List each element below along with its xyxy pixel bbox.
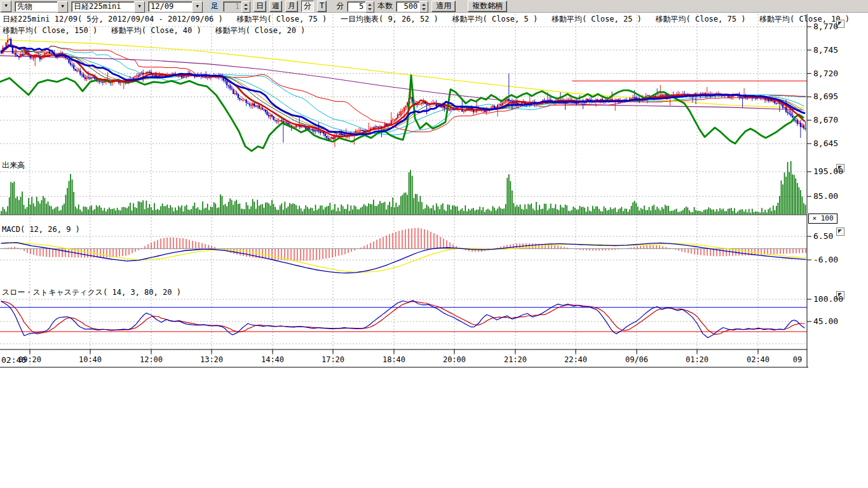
contract-month-combo-value: 12/09: [148, 1, 192, 11]
instrument-combo-arrow-icon[interactable]: ▼: [134, 1, 145, 13]
stoch-axis-label: 100.00: [813, 294, 843, 304]
volume-multiplier-badge: × 100: [808, 214, 837, 224]
category-combo-arrow-icon[interactable]: ▼: [57, 1, 68, 13]
period-weekly-button[interactable]: 週: [269, 1, 282, 12]
price-axis-label: 8,720: [813, 69, 838, 78]
time-axis-label: 09/06: [625, 355, 648, 364]
minutes-value: 5: [347, 1, 365, 11]
period-tick-button[interactable]: T: [317, 1, 327, 12]
volume-axis-label: 195.00: [813, 166, 843, 176]
bar-count-spinner[interactable]: 500: [396, 1, 428, 11]
bar-count-spin-icon[interactable]: [419, 1, 428, 13]
period-minute-button[interactable]: 分: [301, 1, 314, 12]
category-combo-value: 先物: [15, 1, 57, 11]
time-axis-label: 17:20: [322, 355, 344, 364]
price-axis-label: 8,695: [813, 92, 838, 101]
bar-count-value: 500: [396, 1, 419, 11]
chart-title-line1: 日経225mini 12/09( 5分, 2012/09/04 - 2012/0…: [3, 14, 850, 25]
time-axis-label: 02:40: [747, 355, 770, 364]
time-axis-label: 09: [793, 355, 802, 364]
bar-type-label: 足: [210, 1, 220, 11]
time-axis-label: 21:20: [504, 355, 527, 364]
time-axis-label: 18:40: [383, 355, 405, 364]
category-combo[interactable]: 先物 ▼: [15, 1, 68, 11]
time-axis-label: 13:20: [200, 355, 223, 364]
macd-axis-label: -6.00: [813, 255, 838, 264]
toolbar: ▼ 先物 ▼ 日経225mini ▼ 12/09 ▼ 足 1 日 週 月 分 T…: [0, 0, 868, 13]
instrument-combo-value: 日経225mini: [71, 1, 134, 11]
chart-canvas[interactable]: [0, 0, 868, 488]
price-axis-label: 8,745: [813, 45, 838, 55]
time-axis-label: 14:40: [261, 355, 284, 364]
minute-unit-label: 分: [336, 1, 344, 11]
stoch-axis-label: 45.00: [813, 316, 838, 326]
time-axis-label: 01:20: [686, 355, 709, 364]
stoch-pane-label: スロー・ストキャスティクス( 14, 3, 80, 20 ): [2, 287, 181, 298]
apply-button[interactable]: 適用: [431, 1, 456, 12]
bar-interval-value: 1: [223, 1, 241, 11]
multi-symbol-button[interactable]: 複数銘柄: [468, 1, 507, 12]
symbol-combo-partial-button[interactable]: ▼: [1, 1, 11, 12]
price-axis-label: 8,670: [813, 115, 838, 125]
period-monthly-button[interactable]: 月: [285, 1, 298, 12]
contract-month-combo[interactable]: 12/09 ▼: [148, 1, 203, 11]
chart-title-line2: 移動平均( Close, 150 ) 移動平均( Close, 40 ) 移動平…: [3, 25, 305, 36]
price-axis-label: 8,645: [813, 139, 838, 148]
macd-pane-label: MACD( 12, 26, 9 ): [2, 225, 80, 234]
macd-axis-label: 6.50: [813, 231, 833, 241]
bar-interval-spinner[interactable]: 1: [223, 1, 250, 11]
time-axis-label: 10:40: [79, 355, 102, 364]
contract-month-combo-arrow-icon[interactable]: ▼: [192, 1, 203, 13]
macd-pane-collapse-button[interactable]: [836, 227, 844, 236]
minutes-spin-icon[interactable]: [365, 1, 374, 13]
price-axis-label: 8,770: [813, 22, 838, 31]
period-daily-button[interactable]: 日: [254, 1, 266, 12]
volume-pane-label: 出来高: [2, 160, 25, 171]
bar-interval-spin-icon[interactable]: [241, 1, 250, 13]
bar-count-label: 本数: [377, 1, 393, 11]
time-axis-label: 12:00: [140, 355, 163, 364]
volume-axis-label: 85.00: [813, 191, 838, 201]
instrument-combo[interactable]: 日経225mini ▼: [71, 1, 145, 11]
time-axis-label: 20:00: [443, 355, 466, 364]
minutes-spinner[interactable]: 5: [347, 1, 374, 11]
time-axis-label: 22:40: [564, 355, 587, 364]
time-axis-label: 09:20: [18, 355, 41, 364]
